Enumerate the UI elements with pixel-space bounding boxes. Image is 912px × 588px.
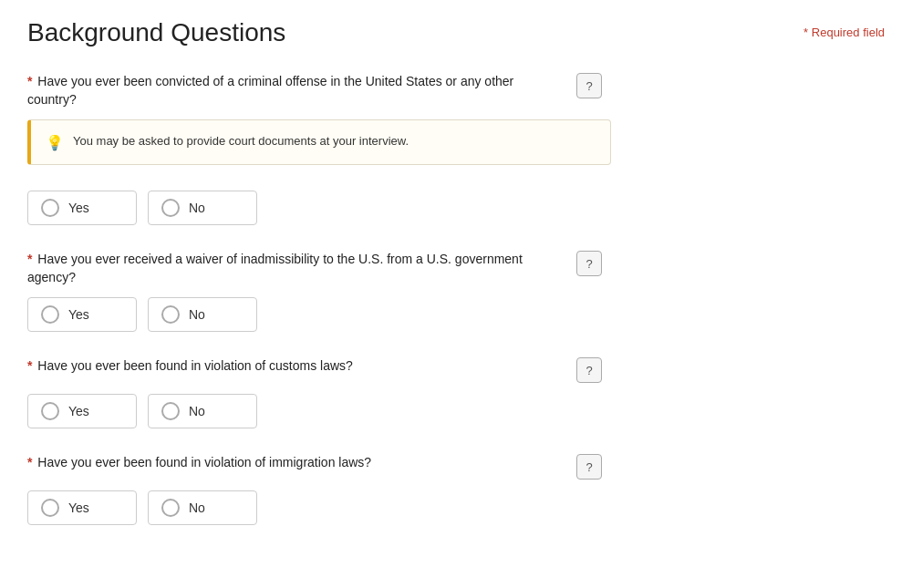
radio-circle-1-no (161, 199, 180, 217)
radio-option-4-no[interactable]: No (148, 490, 257, 525)
page-header: Background Questions * Required field (27, 18, 885, 47)
required-star: * (27, 358, 36, 373)
radio-group-4: YesNo (27, 490, 885, 525)
radio-label-1-yes: Yes (68, 201, 89, 215)
question-text-1: * Have you ever been convicted of a crim… (27, 73, 565, 108)
question-row-3: * Have you ever been found in violation … (27, 357, 885, 383)
radio-option-1-yes[interactable]: Yes (27, 191, 137, 225)
radio-label-4-no: No (189, 500, 205, 515)
question-block-2: * Have you ever received a waiver of ina… (27, 251, 885, 332)
radio-group-3: YesNo (27, 394, 885, 428)
questions-container: * Have you ever been convicted of a crim… (27, 73, 885, 525)
lightbulb-icon: 💡 (46, 134, 64, 151)
radio-circle-4-no (161, 499, 180, 517)
radio-group-1: YesNo (27, 191, 885, 225)
radio-option-2-yes[interactable]: Yes (27, 297, 137, 332)
required-field-label: * Required field (803, 26, 885, 39)
question-block-1: * Have you ever been convicted of a crim… (27, 73, 885, 225)
radio-label-3-no: No (189, 404, 205, 418)
page-title: Background Questions (27, 18, 285, 47)
info-box-text: You may be asked to provide court docume… (73, 133, 409, 150)
radio-circle-3-no (161, 402, 180, 420)
help-button-1[interactable]: ? (576, 73, 602, 98)
question-block-3: * Have you ever been found in violation … (27, 357, 885, 428)
radio-circle-2-no (161, 305, 180, 324)
question-text-3: * Have you ever been found in violation … (27, 357, 565, 376)
radio-option-1-no[interactable]: No (148, 191, 257, 225)
info-box: 💡You may be asked to provide court docum… (27, 119, 611, 165)
question-row-4: * Have you ever been found in violation … (27, 454, 885, 480)
required-star: * (27, 455, 36, 469)
radio-label-4-yes: Yes (68, 500, 89, 515)
help-button-4[interactable]: ? (576, 454, 602, 480)
radio-label-2-yes: Yes (68, 307, 89, 322)
question-block-4: * Have you ever been found in violation … (27, 454, 885, 525)
radio-circle-1-yes (41, 199, 59, 217)
radio-label-3-yes: Yes (68, 404, 89, 418)
radio-circle-3-yes (41, 402, 59, 420)
radio-label-1-no: No (189, 201, 205, 215)
question-row-2: * Have you ever received a waiver of ina… (27, 251, 885, 286)
radio-circle-2-yes (41, 305, 59, 324)
radio-label-2-no: No (189, 307, 205, 322)
radio-option-2-no[interactable]: No (148, 297, 257, 332)
radio-option-3-no[interactable]: No (148, 394, 257, 428)
help-button-2[interactable]: ? (576, 251, 602, 276)
radio-circle-4-yes (41, 499, 59, 517)
required-star: * (27, 252, 36, 266)
required-star: * (27, 74, 36, 88)
radio-group-2: YesNo (27, 297, 885, 332)
radio-option-4-yes[interactable]: Yes (27, 490, 137, 525)
radio-option-3-yes[interactable]: Yes (27, 394, 137, 428)
question-text-2: * Have you ever received a waiver of ina… (27, 251, 565, 286)
question-text-4: * Have you ever been found in violation … (27, 454, 565, 472)
question-row-1: * Have you ever been convicted of a crim… (27, 73, 885, 108)
help-button-3[interactable]: ? (576, 357, 602, 383)
